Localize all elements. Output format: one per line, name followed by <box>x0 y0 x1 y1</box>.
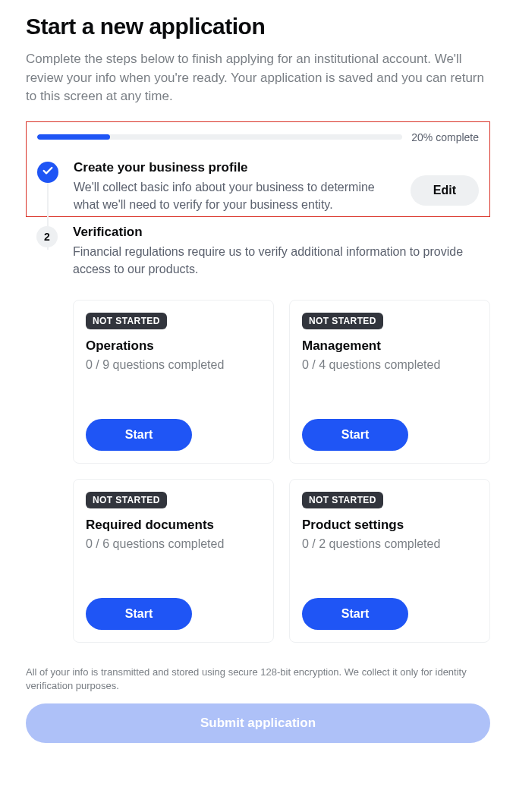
card-progress-text: 0 / 4 questions completed <box>302 358 477 404</box>
page-title: Start a new application <box>26 14 490 39</box>
start-button[interactable]: Start <box>302 598 408 630</box>
step-1: Create your business profile We'll colle… <box>37 160 479 213</box>
start-button[interactable]: Start <box>86 598 192 630</box>
card-title: Operations <box>86 338 261 354</box>
status-badge: NOT STARTED <box>302 492 383 508</box>
card-management: NOT STARTED Management 0 / 4 questions c… <box>289 300 490 464</box>
submit-application-button[interactable]: Submit application <box>26 703 490 743</box>
status-badge: NOT STARTED <box>86 313 167 329</box>
progress-bar <box>37 134 402 140</box>
card-operations: NOT STARTED Operations 0 / 9 questions c… <box>73 300 274 464</box>
card-title: Management <box>302 338 477 354</box>
status-badge: NOT STARTED <box>302 313 383 329</box>
card-required-documents: NOT STARTED Required documents 0 / 6 que… <box>73 479 274 643</box>
step-1-marker <box>37 162 58 183</box>
progress-label: 20% complete <box>411 131 479 143</box>
progress-row: 20% complete <box>37 131 479 143</box>
step-2-title: Verification <box>73 225 490 240</box>
card-progress-text: 0 / 9 questions completed <box>86 358 261 404</box>
card-title: Required documents <box>86 518 261 533</box>
step-1-title: Create your business profile <box>74 160 398 175</box>
start-button[interactable]: Start <box>86 419 192 451</box>
checkmark-icon <box>42 165 54 180</box>
status-badge: NOT STARTED <box>86 492 167 508</box>
step1-highlight-box: 20% complete Create your business profil… <box>26 121 490 217</box>
edit-button[interactable]: Edit <box>411 175 479 206</box>
card-progress-text: 0 / 2 questions completed <box>302 537 477 583</box>
verification-cards-grid: NOT STARTED Operations 0 / 9 questions c… <box>73 300 490 643</box>
card-title: Product settings <box>302 518 477 533</box>
progress-fill <box>37 134 110 140</box>
step-2-desc: Financial regulations require us to veri… <box>73 243 490 278</box>
page-subtitle: Complete the steps below to finish apply… <box>26 50 490 106</box>
encryption-disclaimer: All of your info is transmitted and stor… <box>26 666 490 693</box>
step-2-marker: 2 <box>36 226 58 247</box>
card-product-settings: NOT STARTED Product settings 0 / 2 quest… <box>289 479 490 643</box>
step-2: 2 Verification Financial regulations req… <box>36 225 490 278</box>
start-button[interactable]: Start <box>302 419 408 451</box>
card-progress-text: 0 / 6 questions completed <box>86 537 261 583</box>
step-1-desc: We'll collect basic info about your busi… <box>74 178 398 213</box>
